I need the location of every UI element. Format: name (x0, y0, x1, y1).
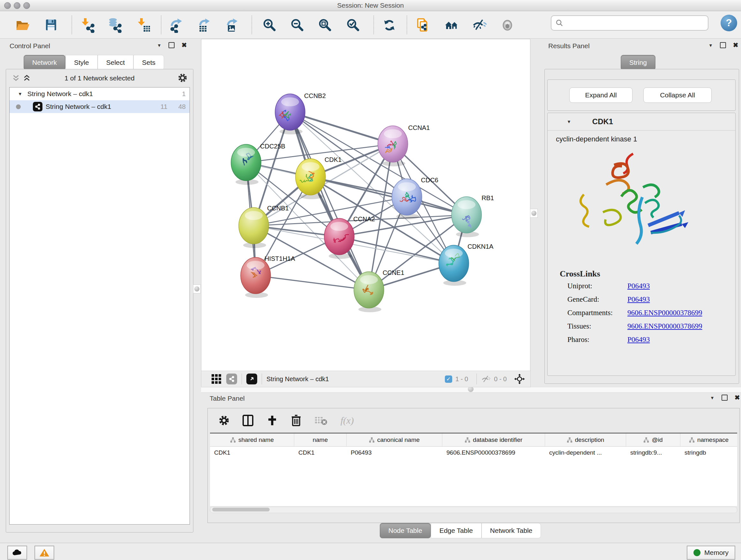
folder-icon (15, 18, 30, 33)
control-panel-close-icon[interactable]: ✖ (182, 43, 187, 48)
add-column-icon[interactable] (266, 415, 278, 427)
results-panel-title: Results Panel (548, 42, 590, 50)
selected-checkbox[interactable]: ✓ (445, 375, 452, 383)
crosslinks-list: Uniprot: P06493 GeneCard: P06493 Compart… (567, 282, 735, 344)
node-gloss (281, 98, 299, 106)
node-gloss (360, 275, 378, 284)
results-panel-close-icon[interactable]: ✖ (733, 43, 738, 48)
gene-description: cyclin-dependent kinase 1 (548, 131, 735, 143)
tab-sets[interactable]: Sets (133, 55, 164, 70)
network-view-title: String Network – cdk1 (266, 375, 329, 383)
delete-column-trash-icon[interactable] (291, 414, 301, 427)
table-panel-float-icon[interactable] (722, 395, 728, 401)
gene-expand-icon[interactable]: ▼ (567, 119, 571, 124)
network-edge[interactable] (290, 112, 369, 290)
crosslink-pharos[interactable]: P06493 (627, 335, 735, 344)
collection-expand-icon[interactable]: ▼ (18, 91, 22, 97)
grid-view-icon[interactable] (212, 374, 221, 384)
zoom-out-button[interactable] (289, 17, 306, 34)
results-panel-tabs: String (621, 55, 656, 70)
crosslink-tissues[interactable]: 9606.ENSP00000378699 (627, 322, 735, 330)
tab-string[interactable]: String (621, 55, 656, 70)
column-header-namespace[interactable]: namespace (680, 434, 737, 446)
tab-style[interactable]: Style (65, 55, 98, 70)
collapse-all-button[interactable]: Collapse All (643, 87, 712, 103)
import-table-button[interactable] (135, 17, 152, 34)
column-header-shared-name[interactable]: shared name (210, 434, 294, 446)
warnings-button[interactable] (35, 546, 54, 560)
network-collection-row[interactable]: ▼ String Network – cdk1 1 (10, 87, 190, 100)
move-crosshair-icon[interactable] (514, 373, 525, 385)
node-gloss (237, 148, 255, 157)
show-all-button[interactable] (499, 17, 516, 34)
control-panel-float-icon[interactable] (169, 42, 175, 48)
tab-network[interactable]: Network (23, 55, 65, 70)
string-home-button[interactable] (444, 17, 460, 34)
export-image-button[interactable] (224, 17, 241, 34)
export-table-button[interactable] (196, 17, 213, 34)
network-edge[interactable] (339, 237, 454, 263)
network-canvas[interactable]: CCNB2CCNA1CDC25BCDK1CDC6RB1CCNB1CCNA2CDK… (201, 39, 530, 371)
share-view-icon[interactable] (226, 374, 237, 384)
network-edge[interactable] (256, 275, 369, 290)
column-header-name[interactable]: name (294, 434, 347, 446)
table-panel-close-icon[interactable]: ✖ (735, 395, 740, 400)
zoom-selected-icon (346, 18, 360, 33)
scrollbar-thumb[interactable] (212, 508, 270, 511)
network-row-selected[interactable]: String Network – cdk1 11 48 (10, 100, 190, 113)
tab-select[interactable]: Select (98, 55, 133, 70)
cloud-status-button[interactable] (7, 546, 27, 560)
node-label: CDKN1A (468, 243, 494, 250)
crosslink-genecard[interactable]: P06493 (627, 295, 735, 304)
crosslink-compartments[interactable]: 9606.ENSP00000378699 (627, 309, 735, 317)
column-header-id[interactable]: @id (626, 434, 680, 446)
table-gear-icon[interactable] (219, 415, 229, 426)
control-panel-collapse-icon[interactable]: ▼ (157, 43, 161, 48)
column-header-canonical-name[interactable]: canonical name (347, 434, 442, 446)
table-row[interactable]: CDK1 CDK1 P06493 9606.ENSP00000378699 cy… (210, 447, 737, 459)
import-network-database-button[interactable] (106, 17, 123, 34)
delete-table-icon[interactable] (314, 415, 328, 426)
open-file-button[interactable] (14, 17, 30, 34)
search-input[interactable] (563, 19, 699, 27)
zoom-fit-button[interactable] (317, 17, 333, 34)
function-builder-icon[interactable]: f(x) (340, 415, 354, 426)
birds-eye-view-button[interactable] (246, 374, 257, 384)
network-edge[interactable] (311, 177, 467, 215)
memory-button[interactable]: Memory (687, 546, 735, 560)
save-session-button[interactable] (43, 17, 59, 34)
tab-edge-table[interactable]: Edge Table (431, 523, 482, 538)
results-panel-collapse-icon[interactable]: ▼ (709, 43, 713, 48)
right-splitter-handle[interactable] (530, 209, 538, 218)
refresh-layout-button[interactable] (381, 17, 398, 34)
help-button[interactable]: ? (721, 15, 737, 31)
network-graph[interactable]: CCNB2CCNA1CDC25BCDK1CDC6RB1CCNB1CCNA2CDK… (201, 39, 530, 371)
tab-node-table[interactable]: Node Table (380, 523, 431, 538)
node-label: RB1 (482, 194, 494, 201)
hide-selected-button[interactable] (471, 17, 488, 34)
save-icon (44, 18, 58, 33)
column-type-icon (465, 437, 470, 443)
column-header-description[interactable]: description (545, 434, 626, 446)
node-gloss (301, 162, 320, 171)
tab-network-table[interactable]: Network Table (482, 523, 541, 538)
table-horizontal-scrollbar[interactable] (210, 507, 737, 513)
zoom-selected-button[interactable] (345, 17, 361, 34)
show-columns-icon[interactable] (242, 415, 254, 427)
clone-network-button[interactable] (415, 17, 431, 34)
crosslink-uniprot[interactable]: P06493 (627, 282, 735, 290)
table-panel-collapse-icon[interactable]: ▼ (710, 395, 715, 400)
table-import-icon (136, 17, 151, 33)
import-network-file-button[interactable] (79, 17, 96, 34)
gene-section-header[interactable]: ▼ CDK1 (548, 113, 735, 131)
column-type-icon (369, 437, 375, 443)
network-options-gear-icon[interactable] (178, 73, 187, 84)
expand-all-button[interactable]: Expand All (569, 87, 632, 103)
results-panel-float-icon[interactable] (720, 42, 726, 48)
hidden-eye-slash-icon[interactable] (481, 375, 491, 383)
export-network-button[interactable] (169, 17, 185, 34)
column-header-database-identifier[interactable]: database identifier (442, 434, 545, 446)
network-edge[interactable] (290, 112, 393, 144)
zoom-in-button[interactable] (261, 17, 278, 34)
left-splitter-handle[interactable] (193, 285, 201, 294)
